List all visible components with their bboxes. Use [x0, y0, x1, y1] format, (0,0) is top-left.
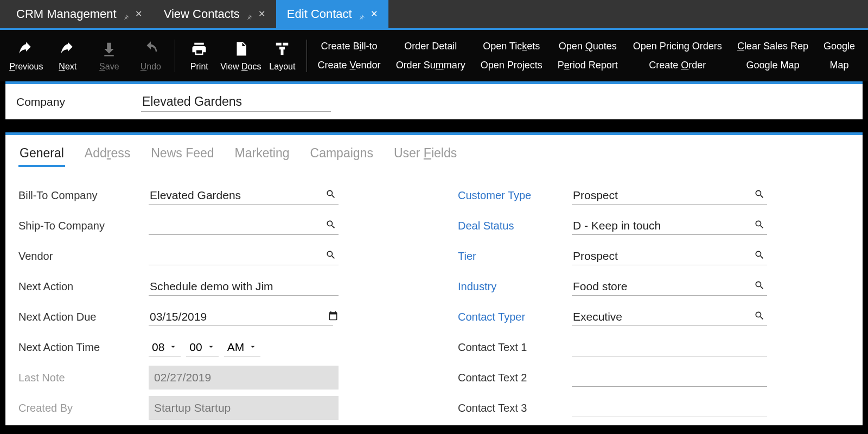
tab-edit-contact[interactable]: Edit Contact ✕: [276, 0, 388, 28]
company-label: Company: [16, 95, 141, 108]
vendor-input[interactable]: [149, 247, 339, 265]
search-icon[interactable]: [754, 219, 765, 233]
subtab-address[interactable]: Address: [84, 143, 131, 167]
button-label: Next: [59, 62, 76, 72]
open-tickets-link[interactable]: Open Tickets: [481, 41, 542, 52]
calendar-icon[interactable]: [328, 310, 339, 324]
contact-text3-input[interactable]: [572, 399, 767, 417]
separator: [307, 40, 307, 72]
form-right-column: Customer Type Deal Status Tier: [458, 180, 805, 423]
ampm-select[interactable]: AM: [224, 339, 261, 356]
customer-type-label[interactable]: Customer Type: [458, 189, 572, 202]
hour-select[interactable]: 08: [149, 339, 181, 356]
button-label: Layout: [269, 62, 295, 72]
print-button[interactable]: Print: [178, 31, 220, 80]
subtab-marketing[interactable]: Marketing: [234, 143, 291, 167]
minute-value: 00: [189, 341, 202, 354]
form-left-column: Bill-To Company Ship-To Company Vendor: [18, 180, 393, 423]
map-link[interactable]: Map: [824, 60, 855, 71]
tab-crm-management[interactable]: CRM Management ✕: [5, 0, 153, 28]
pin-icon[interactable]: [122, 10, 130, 18]
customer-type-input[interactable]: [572, 187, 767, 205]
clear-sales-rep-link[interactable]: Clear Sales Rep: [737, 41, 808, 52]
pin-icon[interactable]: [245, 10, 253, 18]
next-button[interactable]: Next: [47, 31, 89, 80]
undo-icon: [143, 40, 159, 58]
tab-label: View Contacts: [164, 7, 240, 21]
next-action-label: Next Action: [18, 280, 149, 293]
contact-text3-label: Contact Text 3: [458, 402, 572, 414]
close-icon[interactable]: ✕: [258, 10, 265, 18]
next-action-input[interactable]: [149, 278, 339, 296]
search-icon[interactable]: [754, 250, 765, 263]
search-icon[interactable]: [326, 189, 336, 202]
company-input[interactable]: [141, 92, 331, 112]
view-docs-button[interactable]: View Docs: [220, 31, 262, 80]
google-link[interactable]: Google: [824, 41, 855, 52]
deal-status-input[interactable]: [572, 217, 767, 235]
tier-label[interactable]: Tier: [458, 250, 572, 263]
contact-typer-label[interactable]: Contact Typer: [458, 311, 572, 323]
subtab-campaigns[interactable]: Campaigns: [309, 143, 374, 167]
period-report-link[interactable]: Period Report: [558, 60, 618, 71]
bill-to-input[interactable]: [149, 187, 339, 205]
search-icon[interactable]: [754, 280, 765, 293]
subtab-user-fields[interactable]: User Fields: [393, 143, 458, 167]
industry-input[interactable]: [572, 278, 767, 296]
vendor-label: Vendor: [18, 250, 149, 263]
close-icon[interactable]: ✕: [135, 10, 142, 18]
toolbar: Previous Next Save Undo Print View Docs …: [0, 28, 868, 81]
open-pricing-orders-link[interactable]: Open Pricing Orders: [633, 41, 722, 52]
button-label: Print: [190, 62, 208, 72]
open-projects-link[interactable]: Open Projects: [481, 60, 542, 71]
tier-input[interactable]: [572, 247, 767, 265]
last-note-label: Last Note: [18, 372, 149, 384]
undo-arrow-icon: [18, 40, 34, 58]
contact-text2-input[interactable]: [572, 369, 767, 387]
ampm-value: AM: [227, 341, 245, 354]
contact-text1-input[interactable]: [572, 339, 767, 356]
tab-view-contacts[interactable]: View Contacts ✕: [153, 0, 276, 28]
undo-button[interactable]: Undo: [130, 31, 172, 80]
document-icon: [233, 40, 249, 58]
next-action-due-input[interactable]: [149, 308, 333, 326]
create-vendor-link[interactable]: Create Vendor: [318, 60, 381, 71]
search-icon[interactable]: [754, 189, 765, 202]
ship-to-input[interactable]: [149, 217, 339, 235]
create-billto-link[interactable]: Create Bill-to: [318, 41, 381, 52]
redo-arrow-icon: [60, 40, 76, 58]
order-detail-link[interactable]: Order Detail: [396, 41, 465, 52]
company-bar: Company: [5, 81, 863, 119]
contact-typer-input[interactable]: [572, 308, 767, 326]
subtab-general[interactable]: General: [18, 143, 65, 167]
order-summary-link[interactable]: Order Summary: [396, 60, 465, 71]
pin-icon[interactable]: [358, 10, 365, 18]
next-action-due-label: Next Action Due: [18, 311, 149, 323]
open-quotes-link[interactable]: Open Quotes: [558, 41, 618, 52]
button-label: View Docs: [220, 62, 261, 72]
minute-select[interactable]: 00: [186, 339, 218, 356]
create-order-link[interactable]: Create Order: [633, 60, 722, 71]
chevron-down-icon: [207, 341, 215, 354]
layout-icon: [274, 40, 290, 58]
next-action-time-label: Next Action Time: [18, 341, 149, 354]
search-icon[interactable]: [754, 310, 765, 324]
search-icon[interactable]: [326, 250, 336, 263]
chevron-down-icon: [169, 341, 177, 354]
edit-panel: General Address News Feed Marketing Camp…: [5, 132, 863, 425]
search-icon[interactable]: [326, 219, 336, 233]
print-icon: [191, 40, 207, 58]
layout-button[interactable]: Layout: [261, 31, 303, 80]
google-map-link[interactable]: Google Map: [737, 60, 808, 71]
close-icon[interactable]: ✕: [371, 10, 378, 18]
industry-label[interactable]: Industry: [458, 280, 572, 293]
save-button[interactable]: Save: [88, 31, 130, 80]
subtab-news-feed[interactable]: News Feed: [150, 143, 215, 167]
tab-label: Edit Contact: [287, 7, 352, 21]
previous-button[interactable]: Previous: [5, 31, 47, 80]
hour-value: 08: [152, 341, 164, 354]
tab-strip: CRM Management ✕ View Contacts ✕ Edit Co…: [0, 0, 868, 28]
deal-status-label[interactable]: Deal Status: [458, 220, 572, 232]
save-icon: [101, 40, 117, 58]
separator: [175, 40, 175, 72]
